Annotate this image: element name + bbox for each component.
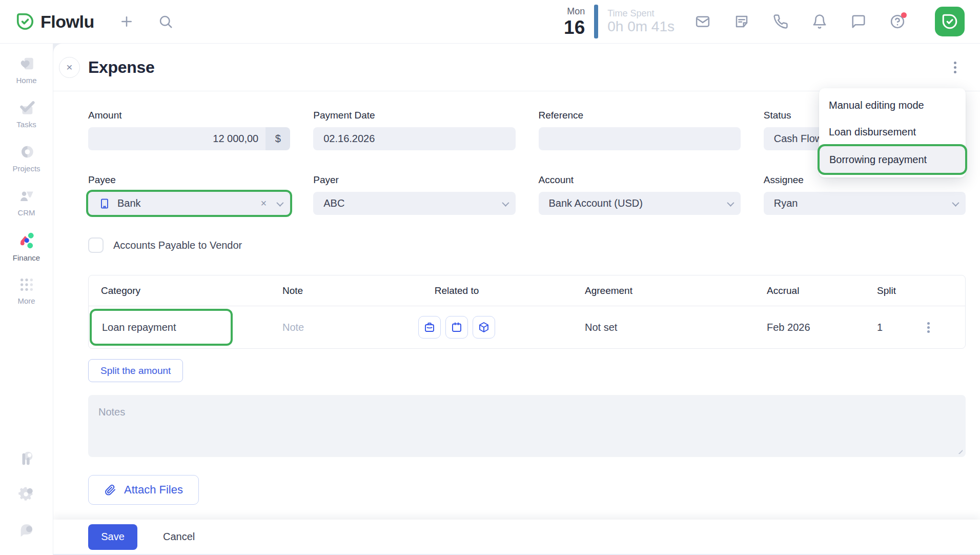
sidebar-item-tasks[interactable]: Tasks xyxy=(0,99,53,129)
date-divider-bar xyxy=(594,5,598,38)
notifications-button[interactable] xyxy=(812,14,827,29)
flowlu-logo[interactable]: Flowlu xyxy=(15,12,94,32)
payee-value: Bank xyxy=(117,197,141,209)
settings-gear-icon[interactable] xyxy=(18,486,35,504)
bell-icon xyxy=(812,14,827,29)
sticky-note-icon xyxy=(734,14,749,29)
messenger-button[interactable] xyxy=(851,14,866,29)
col-agreement: Agreement xyxy=(508,285,728,296)
calls-button[interactable] xyxy=(773,14,788,29)
finance-icon xyxy=(17,231,36,250)
cancel-button[interactable]: Cancel xyxy=(163,531,195,543)
amount-label: Amount xyxy=(88,110,290,121)
menu-item-borrowing-repayment[interactable]: Borrowing repayment xyxy=(820,146,965,173)
save-button[interactable]: Save xyxy=(88,524,137,550)
attach-files-button[interactable]: Attach Files xyxy=(88,475,199,505)
sidebar-item-home[interactable]: Home xyxy=(0,55,53,85)
modal-header: × Expense xyxy=(53,44,980,91)
sidebar-item-finance[interactable]: Finance xyxy=(0,231,53,262)
phone-icon xyxy=(773,14,788,29)
row-kebab-menu-button[interactable] xyxy=(924,319,933,336)
feedback-bubble-icon[interactable] xyxy=(18,522,35,540)
reference-input[interactable] xyxy=(539,127,741,150)
kebab-dots-icon xyxy=(954,62,956,64)
accounts-payable-checkbox[interactable] xyxy=(88,237,104,253)
table-row: Loan repayment xyxy=(89,306,965,348)
sidebar-label: Projects xyxy=(12,164,40,173)
time-spent-label: Time Spent xyxy=(607,8,675,19)
weekday-label: Mon xyxy=(564,7,585,16)
calendar-date[interactable]: Mon 16 xyxy=(564,7,585,37)
split-amount-button[interactable]: Split the amount xyxy=(88,359,183,382)
payee-select[interactable]: Bank × xyxy=(88,192,290,215)
chevron-down-icon xyxy=(502,199,509,206)
account-select[interactable]: Bank Account (USD) xyxy=(539,192,741,215)
search-button[interactable] xyxy=(158,14,173,29)
expense-modal: × Expense Manual editing mode Loan disbu… xyxy=(53,44,980,555)
table-header-row: Category Note Related to Agreement Accru… xyxy=(89,275,965,306)
payment-date-input[interactable] xyxy=(313,127,515,150)
amount-field: $ xyxy=(88,127,290,150)
close-button[interactable]: × xyxy=(59,57,80,78)
sidebar-item-more[interactable]: More xyxy=(0,276,53,305)
header-kebab-menu-button[interactable] xyxy=(951,58,959,76)
modal-footer: Save Cancel xyxy=(53,520,980,555)
col-related-to: Related to xyxy=(405,285,508,296)
chat-icon xyxy=(851,14,866,29)
user-avatar[interactable] xyxy=(935,7,965,36)
building-icon xyxy=(98,197,111,210)
sidebar-label: Home xyxy=(16,76,36,85)
reference-label: Reference xyxy=(539,110,741,121)
expense-items-table: Category Note Related to Agreement Accru… xyxy=(88,275,966,349)
split-value: 1 xyxy=(856,322,918,333)
clear-icon[interactable]: × xyxy=(261,197,267,209)
sidebar-label: Tasks xyxy=(16,120,36,129)
brand-name: Flowlu xyxy=(40,12,94,32)
assignee-select[interactable]: Ryan xyxy=(764,192,966,215)
status-value: Cash Flow xyxy=(774,133,822,145)
accounts-payable-label: Accounts Payable to Vendor xyxy=(113,240,242,251)
menu-item-loan-disbursement[interactable]: Loan disbursement xyxy=(819,118,966,145)
create-button[interactable] xyxy=(119,14,134,29)
currency-suffix[interactable]: $ xyxy=(266,127,290,150)
category-select[interactable]: Loan repayment xyxy=(92,311,231,344)
kebab-dots-icon xyxy=(927,322,930,325)
sidebar-item-crm[interactable]: CRM xyxy=(0,187,53,217)
sidebar-label: More xyxy=(17,296,35,305)
avatar-shield-icon xyxy=(941,13,958,30)
sidebar-item-projects[interactable]: Projects xyxy=(0,143,53,173)
category-value: Loan repayment xyxy=(102,322,176,333)
main-area: × Expense Manual editing mode Loan disbu… xyxy=(53,44,980,555)
payment-date-label: Payment Date xyxy=(313,110,515,121)
row-note-input[interactable] xyxy=(282,322,385,333)
amount-input[interactable] xyxy=(88,127,266,150)
menu-item-manual-editing-mode[interactable]: Manual editing mode xyxy=(819,92,966,118)
mail-button[interactable] xyxy=(695,14,710,29)
page-title: Expense xyxy=(88,58,155,77)
notes-button[interactable] xyxy=(734,14,749,29)
accrual-value[interactable]: Feb 2026 xyxy=(728,322,856,333)
relate-event-button[interactable] xyxy=(445,316,468,339)
agreement-value[interactable]: Not set xyxy=(508,322,728,333)
flowlu-shield-icon xyxy=(15,12,35,31)
home-icon xyxy=(18,55,35,72)
account-value: Bank Account (USD) xyxy=(549,197,643,209)
help-button[interactable] xyxy=(890,14,905,29)
notification-dot xyxy=(901,12,907,18)
relate-project-button[interactable] xyxy=(473,316,495,339)
chevron-down-icon xyxy=(277,199,284,206)
relate-crm-button[interactable] xyxy=(418,316,441,339)
topbar: Flowlu Mon 16 Time Spent 0h 0m 41s xyxy=(0,0,980,44)
sidebar-label: CRM xyxy=(17,208,35,217)
briefcase-icon xyxy=(423,321,436,333)
mail-icon xyxy=(695,14,710,29)
payer-select[interactable]: ABC xyxy=(313,192,515,215)
plus-icon xyxy=(119,14,134,29)
chevron-down-icon xyxy=(952,199,959,206)
time-tracker[interactable]: Time Spent 0h 0m 41s xyxy=(607,8,675,35)
notes-textarea[interactable] xyxy=(88,395,966,457)
apps-logo-icon[interactable] xyxy=(18,450,35,468)
cube-icon xyxy=(478,321,490,333)
col-split: Split xyxy=(856,285,918,296)
assignee-value: Ryan xyxy=(774,197,798,209)
